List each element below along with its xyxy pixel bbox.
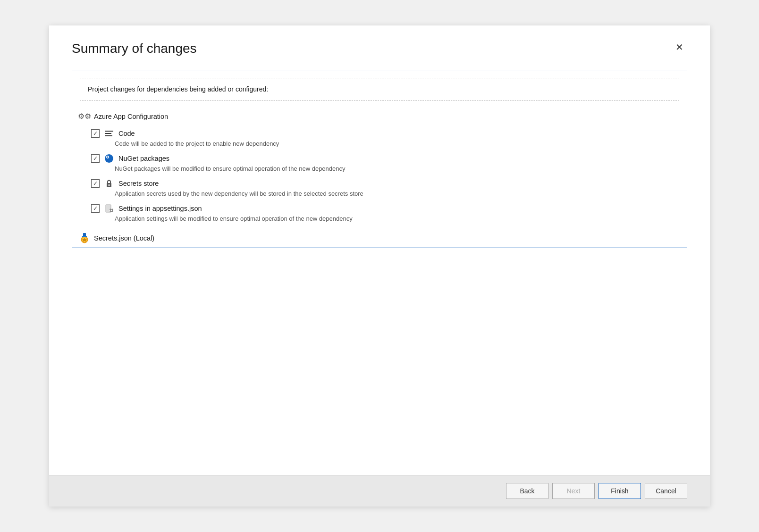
secrets-store-item-row: ✓ Secrets store [91,179,687,188]
svg-point-5 [107,156,109,158]
secrets-store-description: Application secrets used by the new depe… [115,188,687,199]
settings-check-mark: ✓ [93,206,98,211]
settings-item: ✓ [91,200,687,225]
dialog-body: Project changes for dependencies being a… [49,57,710,475]
close-button[interactable]: ✕ [672,41,687,54]
nuget-icon [104,154,114,163]
dialog-header: Summary of changes ✕ [49,25,710,57]
azure-config-section: ⚙⚙ Azure App Configuration [72,108,687,125]
dialog-footer: Back Next Finish Cancel [49,475,710,507]
secrets-store-label: Secrets store [118,180,159,187]
changes-container: Project changes for dependencies being a… [72,70,687,248]
code-check-mark: ✓ [93,131,98,136]
finish-button[interactable]: Finish [599,483,641,499]
svg-rect-19 [82,236,87,237]
next-button[interactable]: Next [552,483,595,499]
settings-description: Application settings will be modified to… [115,213,687,224]
code-label: Code [118,130,135,137]
azure-config-icon: ⚙⚙ [80,112,89,121]
secrets-json-label: Secrets.json (Local) [94,234,154,242]
secrets-store-item: ✓ Secrets store Application secrets used… [91,175,687,200]
settings-file-icon [104,204,114,213]
settings-checkbox[interactable]: ✓ [91,204,100,213]
azure-config-label: Azure App Configuration [94,113,168,120]
changes-header-text: Project changes for dependencies being a… [88,85,268,93]
svg-point-10 [111,209,112,211]
changes-header-box: Project changes for dependencies being a… [80,78,679,100]
nuget-description: NuGet packages will be modified to ensur… [115,163,687,174]
code-item-row: ✓ Code [91,129,687,138]
nuget-checkbox[interactable]: ✓ [91,154,100,163]
summary-dialog: Summary of changes ✕ Project changes for… [49,25,710,507]
nuget-item: ✓ NuGet packages NuGet packages will be … [91,150,687,175]
svg-point-3 [105,154,113,163]
medal-icon [80,233,89,243]
code-icon [104,129,114,138]
nuget-label: NuGet packages [118,155,169,162]
cancel-button[interactable]: Cancel [645,483,687,499]
nuget-check-mark: ✓ [93,156,98,161]
code-description: Code will be added to the project to ena… [115,138,687,149]
secrets-store-check-mark: ✓ [93,181,98,186]
back-button[interactable]: Back [506,483,548,499]
svg-rect-7 [109,184,110,186]
secrets-store-checkbox[interactable]: ✓ [91,179,100,188]
secrets-json-section: Secrets.json (Local) [72,229,687,248]
dialog-title: Summary of changes [72,41,197,57]
settings-item-row: ✓ [91,204,687,213]
code-checkbox[interactable]: ✓ [91,129,100,138]
lock-icon [104,179,114,188]
code-item: ✓ Code Code will be added to the project… [91,125,687,150]
settings-label: Settings in appsettings.json [118,205,202,212]
nuget-item-row: ✓ NuGet packages [91,154,687,163]
sub-items-list: ✓ Code Code will be added to the project… [72,125,687,229]
